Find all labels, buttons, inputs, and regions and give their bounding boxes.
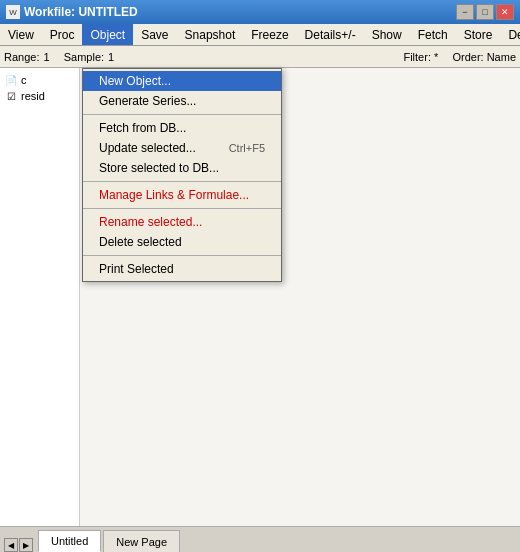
menu-store-selected[interactable]: Store selected to DB... bbox=[83, 158, 281, 178]
menu-details[interactable]: Details+/- bbox=[297, 24, 364, 45]
tab-nav-next[interactable]: ▶ bbox=[19, 538, 33, 552]
menu-show[interactable]: Show bbox=[364, 24, 410, 45]
minimize-button[interactable]: − bbox=[456, 4, 474, 20]
menu-view[interactable]: View bbox=[0, 24, 42, 45]
close-button[interactable]: ✕ bbox=[496, 4, 514, 20]
separator-2 bbox=[83, 181, 281, 182]
range-value: 1 bbox=[43, 51, 49, 63]
sample-value: 1 bbox=[108, 51, 114, 63]
menu-generate-series[interactable]: Generate Series... bbox=[83, 91, 281, 111]
tab-bar: ◀ ▶ Untitled New Page bbox=[0, 526, 520, 552]
menu-fetch[interactable]: Fetch bbox=[410, 24, 456, 45]
menu-proc[interactable]: Proc bbox=[42, 24, 83, 45]
menu-delete-selected[interactable]: Delete selected bbox=[83, 232, 281, 252]
sample-label: Sample: bbox=[64, 51, 104, 63]
toolbar-left: Range: 1 Sample: 1 bbox=[4, 51, 114, 63]
menu-object[interactable]: Object bbox=[82, 24, 133, 45]
range-label: Range: bbox=[4, 51, 39, 63]
menu-rename-selected[interactable]: Rename selected... bbox=[83, 212, 281, 232]
title-bar-controls[interactable]: − □ ✕ bbox=[456, 4, 514, 20]
list-item[interactable]: ☑ resid bbox=[2, 88, 77, 104]
tab-new-page[interactable]: New Page bbox=[103, 530, 180, 552]
toolbar-right: Filter: * Order: Name bbox=[403, 51, 516, 63]
menu-new-object[interactable]: New Object... bbox=[83, 71, 281, 91]
menu-snapshot[interactable]: Snapshot bbox=[177, 24, 244, 45]
order-label: Order: Name bbox=[452, 51, 516, 63]
tab-nav-prev[interactable]: ◀ bbox=[4, 538, 18, 552]
title-bar: W Workfile: UNTITLED − □ ✕ bbox=[0, 0, 520, 24]
list-item[interactable]: 📄 c bbox=[2, 72, 77, 88]
menu-print-selected[interactable]: Print Selected bbox=[83, 259, 281, 279]
tab-untitled[interactable]: Untitled bbox=[38, 530, 101, 552]
app-icon: W bbox=[6, 5, 20, 19]
menu-delete[interactable]: Delete bbox=[500, 24, 520, 45]
tab-nav: ◀ ▶ bbox=[4, 538, 34, 552]
separator-4 bbox=[83, 255, 281, 256]
menu-fetch-from-db[interactable]: Fetch from DB... bbox=[83, 118, 281, 138]
shortcut-label: Ctrl+F5 bbox=[229, 142, 265, 154]
maximize-button[interactable]: □ bbox=[476, 4, 494, 20]
checkbox-icon: ☑ bbox=[4, 89, 18, 103]
item-label: c bbox=[21, 74, 27, 86]
left-panel: 📄 c ☑ resid bbox=[0, 68, 80, 526]
title-bar-left: W Workfile: UNTITLED bbox=[6, 5, 138, 19]
menu-update-selected[interactable]: Update selected... Ctrl+F5 bbox=[83, 138, 281, 158]
menu-store[interactable]: Store bbox=[456, 24, 501, 45]
menu-save[interactable]: Save bbox=[133, 24, 176, 45]
separator-1 bbox=[83, 114, 281, 115]
toolbar: Range: 1 Sample: 1 Filter: * Order: Name bbox=[0, 46, 520, 68]
menu-manage-links[interactable]: Manage Links & Formulae... bbox=[83, 185, 281, 205]
filter-label: Filter: * bbox=[403, 51, 438, 63]
file-icon: 📄 bbox=[4, 73, 18, 87]
item-label: resid bbox=[21, 90, 45, 102]
menu-freeze[interactable]: Freeze bbox=[243, 24, 296, 45]
main-area: 📄 c ☑ resid New Object... Generate Serie… bbox=[0, 68, 520, 526]
menu-bar: View Proc Object Save Snapshot Freeze De… bbox=[0, 24, 520, 46]
dropdown-menu: New Object... Generate Series... Fetch f… bbox=[82, 68, 282, 282]
title-bar-text: Workfile: UNTITLED bbox=[24, 5, 138, 19]
separator-3 bbox=[83, 208, 281, 209]
